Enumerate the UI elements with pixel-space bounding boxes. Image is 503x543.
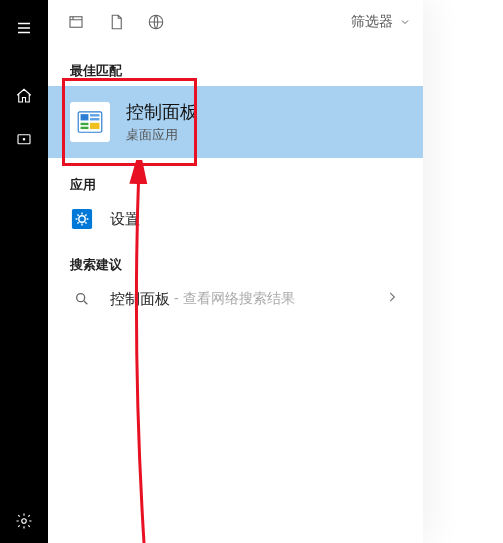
- scope-web[interactable]: [136, 0, 176, 44]
- monitor-icon: [15, 131, 33, 149]
- svg-rect-12: [72, 209, 92, 229]
- settings-app-icon: [70, 207, 94, 231]
- window-icon: [67, 13, 85, 31]
- rail-home[interactable]: [0, 74, 48, 118]
- scope-apps[interactable]: [56, 0, 96, 44]
- svg-rect-3: [70, 17, 82, 28]
- svg-rect-10: [81, 127, 89, 129]
- best-match-title: 控制面板: [126, 100, 198, 124]
- chevron-right-icon: [385, 290, 399, 308]
- content-area: 筛选器 最佳匹配: [48, 0, 423, 543]
- svg-rect-11: [90, 123, 99, 129]
- app-item-label: 设置: [110, 210, 140, 229]
- suggestion-text: 控制面板: [110, 290, 170, 309]
- document-icon: [107, 13, 125, 31]
- svg-point-1: [23, 139, 25, 141]
- globe-icon: [147, 13, 165, 31]
- menu-button[interactable]: [0, 6, 48, 50]
- results: 最佳匹配 控制面板 桌面应用: [48, 62, 423, 318]
- gear-icon: [15, 512, 33, 530]
- section-best-match: 最佳匹配: [70, 62, 405, 80]
- svg-rect-9: [81, 123, 89, 125]
- section-suggestions: 搜索建议: [70, 256, 405, 274]
- svg-point-14: [77, 294, 85, 302]
- suggestion-item[interactable]: 控制面板 - 查看网络搜索结果: [70, 280, 405, 318]
- best-match-text: 控制面板 桌面应用: [126, 100, 198, 144]
- control-panel-icon: [70, 102, 110, 142]
- search-panel: 筛选器 最佳匹配: [0, 0, 423, 543]
- best-match-subtitle: 桌面应用: [126, 126, 198, 144]
- rail-screen[interactable]: [0, 118, 48, 162]
- svg-rect-6: [81, 114, 89, 120]
- chevron-down-icon: [399, 16, 411, 28]
- filter-dropdown[interactable]: 筛选器: [351, 13, 411, 31]
- left-rail: [0, 0, 48, 543]
- hamburger-icon: [15, 19, 33, 37]
- home-icon: [15, 87, 33, 105]
- search-icon: [70, 291, 94, 307]
- filter-label: 筛选器: [351, 13, 393, 31]
- rail-settings[interactable]: [0, 499, 48, 543]
- svg-rect-8: [90, 118, 99, 120]
- svg-rect-7: [90, 114, 99, 116]
- app-item-settings[interactable]: 设置: [70, 200, 405, 238]
- svg-point-2: [22, 519, 27, 524]
- top-toolbar: 筛选器: [48, 0, 423, 44]
- section-apps: 应用: [70, 176, 405, 194]
- suggestion-hint: - 查看网络搜索结果: [174, 290, 295, 308]
- scope-documents[interactable]: [96, 0, 136, 44]
- best-match-item[interactable]: 控制面板 桌面应用: [48, 86, 423, 158]
